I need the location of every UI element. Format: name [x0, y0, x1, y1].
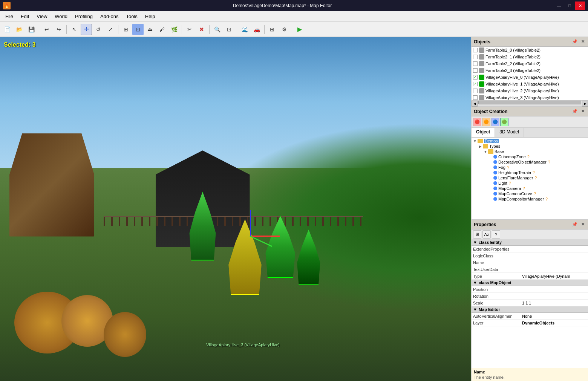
tree-node[interactable]: Light?	[472, 181, 587, 186]
save-button[interactable]: 💾	[26, 24, 37, 35]
help-icon[interactable]: ?	[534, 191, 536, 196]
viewport[interactable]: Selected: 3 VillageApiaryHive_3 (Village…	[0, 37, 471, 381]
grid-button[interactable]: ⊞	[266, 24, 278, 35]
help-icon[interactable]: ?	[527, 155, 530, 159]
ct-green-button[interactable]: 🟢	[500, 118, 508, 126]
fit-button[interactable]: ⊡	[224, 24, 235, 35]
cut-button[interactable]: ✂	[184, 24, 195, 35]
settings-button[interactable]: ⚙	[279, 24, 290, 35]
obj-item[interactable]: VillageApiaryHive_0 (VillageApiaryHive)	[472, 74, 588, 81]
props-alpha-button[interactable]: Az	[482, 230, 491, 239]
tree-node[interactable]: LensFlareManager?	[472, 175, 587, 181]
tab-3dmodel[interactable]: 3D Model	[495, 128, 524, 137]
creation-close-button[interactable]: ✕	[580, 109, 586, 114]
help-icon[interactable]: ?	[534, 176, 537, 180]
help-icon[interactable]: ?	[523, 186, 525, 191]
help-icon[interactable]: ?	[533, 170, 535, 175]
obj-item[interactable]: FarmTable2_2 (VillageTable2)	[472, 60, 588, 67]
objects-close-button[interactable]: ✕	[580, 39, 586, 44]
help-icon[interactable]: ?	[548, 160, 550, 164]
foliage-button[interactable]: 🌿	[168, 24, 180, 35]
props-close-button[interactable]: ✕	[580, 222, 586, 227]
tree-node[interactable]: ▼Demos	[472, 138, 587, 144]
menu-tools[interactable]: Tools	[122, 12, 141, 21]
obj-item[interactable]: VillageApiaryHive_3 (VillageApiaryHive)	[472, 94, 588, 100]
obj-checkbox[interactable]	[473, 48, 478, 52]
menu-edit[interactable]: Edit	[17, 12, 33, 21]
obj-checkbox[interactable]	[473, 75, 478, 80]
tree-node[interactable]: Fog?	[472, 165, 587, 170]
prop-section-header[interactable]: ▼class Entity	[472, 239, 588, 246]
tree-node[interactable]: ▼Base	[472, 149, 587, 154]
tree-node[interactable]: HeightmapTerrain?	[472, 170, 587, 175]
obj-checkbox[interactable]	[473, 61, 478, 66]
creation-pin-button[interactable]: 📌	[571, 109, 579, 114]
ct-blue-button[interactable]: 🔵	[491, 118, 499, 126]
obj-checkbox[interactable]	[473, 89, 478, 93]
props-pin-button[interactable]: 📌	[571, 222, 579, 227]
tree-node[interactable]: MapCompositorManager?	[472, 196, 587, 202]
tree-node[interactable]: MapCameraCurve?	[472, 191, 587, 196]
tab-object[interactable]: Object	[472, 128, 495, 137]
obj-checkbox[interactable]	[473, 55, 478, 59]
objects-pin-button[interactable]: 📌	[571, 39, 579, 44]
snap2-button[interactable]: ⊡	[132, 24, 144, 35]
delete-button[interactable]: ✖	[196, 24, 207, 35]
obj-checkbox[interactable]	[473, 82, 478, 86]
move-button[interactable]: ✛	[81, 24, 92, 35]
scale-button[interactable]: ⤢	[105, 24, 116, 35]
hscroll-right[interactable]: ▶	[582, 101, 588, 107]
path-button[interactable]: 🚗	[251, 24, 262, 35]
help-icon[interactable]: ?	[509, 181, 511, 185]
tree-node[interactable]: ▶Types	[472, 144, 587, 149]
menu-help[interactable]: Help	[141, 12, 159, 21]
ct-orange-button[interactable]: 🟠	[482, 118, 490, 126]
help-icon[interactable]: ?	[507, 165, 509, 170]
prop-value[interactable]: None	[522, 314, 586, 318]
obj-checkbox[interactable]	[473, 68, 478, 73]
props-help-button[interactable]: ?	[492, 230, 500, 239]
new-button[interactable]: 📄	[2, 24, 13, 35]
close-button[interactable]: ✕	[575, 2, 585, 10]
obj-item[interactable]: VillageApiaryHive_1 (VillageApiaryHive)	[472, 81, 588, 87]
open-button[interactable]: 📂	[14, 24, 25, 35]
menu-profiling[interactable]: Profiling	[71, 12, 96, 21]
undo-button[interactable]: ↩	[41, 24, 52, 35]
ct-red-button[interactable]: 🔴	[473, 118, 481, 126]
objects-list[interactable]: FarmTable2_0 (VillageTable2)FarmTable2_1…	[472, 47, 588, 100]
snap-button[interactable]: ⊞	[120, 24, 132, 35]
prop-value[interactable]: DynamicObjects	[522, 321, 586, 325]
obj-item[interactable]: VillageApiaryHive_2 (VillageApiaryHive)	[472, 87, 588, 94]
menu-world[interactable]: World	[51, 12, 71, 21]
hscroll-left[interactable]: ◀	[472, 101, 478, 107]
prop-value[interactable]: 1 1 1	[522, 301, 586, 305]
obj-item[interactable]: FarmTable2_0 (VillageTable2)	[472, 47, 588, 54]
water-button[interactable]: 🌊	[239, 24, 250, 35]
menu-addons[interactable]: Add-ons	[96, 12, 122, 21]
menu-file[interactable]: File	[2, 12, 17, 21]
minimize-button[interactable]: —	[554, 2, 564, 10]
menu-view[interactable]: View	[33, 12, 51, 21]
hscroll-thumb[interactable]	[478, 101, 581, 104]
select-button[interactable]: ↖	[69, 24, 80, 35]
terrain-button[interactable]: ⛰	[144, 24, 156, 35]
zoom-button[interactable]: 🔍	[211, 24, 223, 35]
play-button[interactable]: ▶	[294, 24, 305, 35]
rotate-button[interactable]: ↺	[93, 24, 104, 35]
redo-button[interactable]: ↪	[53, 24, 64, 35]
props-sort-button[interactable]: ⊞	[473, 230, 481, 239]
obj-item[interactable]: FarmTable2_1 (VillageTable2)	[472, 54, 588, 60]
prop-section-header[interactable]: ▼class MapObject	[472, 280, 588, 286]
prop-section-header[interactable]: ▼Map Editor	[472, 306, 588, 313]
tree-node[interactable]: DecorativeObjectManager?	[472, 159, 587, 165]
help-icon[interactable]: ?	[545, 197, 548, 201]
creation-tree[interactable]: ▼Demos▶Types▼BaseCubemapZone?DecorativeO…	[472, 138, 588, 219]
properties-panel: Properties 📌 ✕ ⊞ Az ? ▼class EntityExten…	[472, 220, 588, 381]
maximize-button[interactable]: □	[565, 2, 574, 10]
tree-node[interactable]: MapCamera?	[472, 186, 587, 191]
obj-item[interactable]: FarmTable2_3 (VillageTable2)	[472, 67, 588, 74]
prop-value[interactable]: VillageApiaryHive (Dynam	[522, 274, 586, 278]
paint-button[interactable]: 🖌	[156, 24, 168, 35]
tree-node[interactable]: CubemapZone?	[472, 154, 587, 159]
obj-checkbox[interactable]	[473, 95, 478, 100]
